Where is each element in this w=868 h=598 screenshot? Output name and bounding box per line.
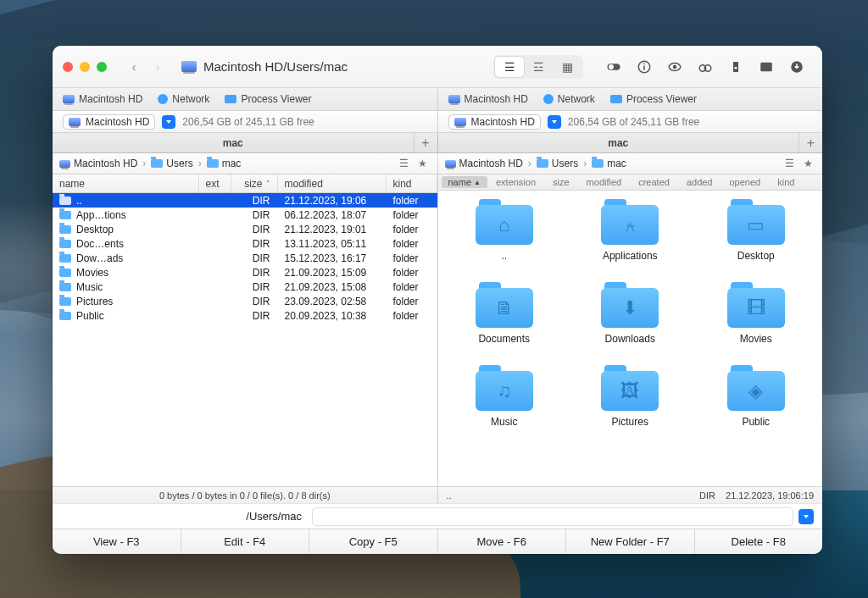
list-row[interactable]: Dow…adsDIR15.12.2023, 16:17folder (53, 251, 437, 265)
close-button[interactable] (63, 62, 73, 72)
binoculars-icon[interactable] (690, 55, 721, 79)
crumb-mac-right[interactable]: mac (592, 158, 626, 169)
svg-point-1 (609, 64, 614, 69)
view-columns-button[interactable]: ☲ (524, 57, 553, 77)
header-added-right[interactable]: added (678, 177, 721, 187)
new-folder-button[interactable]: New Folder - F7 (566, 529, 695, 554)
path-row: /Users/mac (53, 503, 822, 529)
download-icon[interactable] (782, 55, 812, 79)
source-disk-right[interactable]: Macintosh HD (448, 93, 528, 105)
window-title: Macintosh HD/Users/mac (181, 59, 348, 74)
header-kind[interactable]: kind (387, 174, 437, 192)
folder-tab-right[interactable]: mac (438, 133, 799, 152)
nav-forward-button[interactable]: › (146, 56, 170, 78)
zoom-button[interactable] (97, 62, 107, 72)
header-ext[interactable]: ext (199, 174, 231, 192)
disk-icon (181, 61, 197, 72)
move-button[interactable]: Move - F6 (438, 529, 567, 554)
edit-button[interactable]: Edit - F4 (181, 529, 310, 554)
svg-rect-4 (643, 63, 645, 64)
list-row[interactable]: App…tionsDIR06.12.2023, 18:07folder (53, 208, 437, 222)
list-row[interactable]: PicturesDIR23.09.2023, 02:58folder (53, 294, 437, 308)
volume-selector-right[interactable]: Macintosh HD (448, 114, 541, 130)
copy-button[interactable]: Copy - F5 (309, 529, 438, 554)
add-tab-right[interactable]: + (798, 133, 822, 152)
header-size-right[interactable]: size (544, 177, 578, 187)
bottom-button-row: View - F3 Edit - F4 Copy - F5 Move - F6 … (53, 529, 822, 554)
icon-body[interactable]: ⌂..⍲Applications▭Desktop🗎Documents⬇Downl… (438, 191, 823, 486)
path-input[interactable] (312, 507, 793, 526)
status-right-dir: DIR (699, 490, 715, 501)
list-row[interactable]: ..DIR21.12.2023, 19:06folder (53, 193, 437, 208)
folder-tab-row: mac + mac + (53, 133, 822, 153)
toggle-switch-icon[interactable] (598, 55, 629, 79)
crumb-users-left[interactable]: Users (151, 158, 192, 169)
icon-cell[interactable]: 🗎Documents (445, 282, 565, 345)
icon-cell[interactable]: ⬇Downloads (570, 282, 690, 345)
path-history-button[interactable] (798, 509, 814, 524)
source-process-left[interactable]: Process Viewer (225, 93, 311, 105)
row-modified: 06.12.2023, 18:07 (278, 209, 387, 221)
quicklook-icon[interactable] (659, 55, 690, 79)
crumb-users-right[interactable]: Users (537, 158, 578, 169)
breadcrumb-row: Macintosh HD › Users › mac ☰★ Macintosh … (53, 153, 822, 174)
source-network-right[interactable]: Network (543, 93, 595, 105)
folder-icon: 🖼 (601, 365, 659, 411)
globe-icon (158, 94, 168, 104)
header-modified[interactable]: modified (278, 174, 387, 192)
icon-label: Pictures (612, 416, 648, 428)
view-button[interactable]: View - F3 (53, 529, 181, 554)
list-body[interactable]: ..DIR21.12.2023, 19:06folderApp…tionsDIR… (53, 193, 437, 486)
list-row[interactable]: MusicDIR21.09.2023, 15:08folder (53, 280, 437, 294)
icon-label: Documents (478, 333, 530, 345)
volume-dropdown-left[interactable] (162, 115, 175, 129)
info-icon[interactable] (629, 55, 659, 79)
folder-tab-left[interactable]: mac (53, 133, 414, 152)
list-row[interactable]: Doc…entsDIR13.11.2023, 05:11folder (53, 236, 437, 251)
volume-selector-left[interactable]: Macintosh HD (63, 114, 155, 130)
folder-icon: 🗎 (476, 282, 533, 328)
icon-cell[interactable]: ◈Public (697, 365, 816, 428)
crumb-root-right[interactable]: Macintosh HD (445, 158, 523, 169)
header-created-right[interactable]: created (630, 177, 678, 187)
header-size[interactable]: size˄ (231, 174, 278, 192)
list-row[interactable]: DesktopDIR21.12.2023, 19:01folder (53, 222, 437, 236)
header-kind-right[interactable]: kind (769, 177, 803, 187)
list-row[interactable]: PublicDIR20.09.2023, 10:38folder (53, 308, 437, 323)
icon-cell[interactable]: ♫Music (445, 365, 565, 428)
crumb-mac-left[interactable]: mac (207, 158, 242, 169)
source-process-right[interactable]: Process Viewer (610, 93, 697, 105)
icon-cell[interactable]: 🎞Movies (697, 282, 816, 345)
row-modified: 23.09.2023, 02:58 (278, 296, 387, 307)
favorite-icon[interactable]: ★ (415, 158, 431, 169)
header-name[interactable]: name (53, 174, 199, 192)
icon-cell[interactable]: 🖼Pictures (570, 365, 690, 428)
header-extension-right[interactable]: extension (487, 177, 544, 187)
view-toggle-icon[interactable]: ☰ (397, 158, 412, 169)
volume-row: Macintosh HD 206,54 GB of 245,11 GB free… (53, 111, 822, 133)
icon-label: Public (742, 416, 770, 428)
favorite-icon[interactable]: ★ (800, 158, 815, 169)
delete-button[interactable]: Delete - F8 (695, 529, 823, 554)
list-row[interactable]: MoviesDIR21.09.2023, 15:09folder (53, 265, 437, 280)
header-opened-right[interactable]: opened (721, 177, 769, 187)
icon-cell[interactable]: ▭Desktop (697, 199, 816, 262)
view-toggle-icon[interactable]: ☰ (782, 158, 797, 169)
minimize-button[interactable] (80, 62, 90, 72)
view-list-button[interactable]: ☰ (495, 57, 524, 77)
header-modified-right[interactable]: modified (578, 177, 631, 187)
nav-back-button[interactable]: ‹ (122, 56, 146, 78)
crumb-root-left[interactable]: Macintosh HD (59, 158, 137, 169)
monitor-icon (610, 95, 622, 103)
view-grid-button[interactable]: ▦ (553, 57, 581, 77)
icon-cell[interactable]: ⍲Applications (570, 199, 690, 262)
source-disk-left[interactable]: Macintosh HD (63, 93, 142, 105)
icon-cell[interactable]: ⌂.. (445, 199, 565, 262)
source-network-left[interactable]: Network (158, 93, 209, 105)
terminal-icon[interactable] (751, 55, 782, 79)
row-kind: folder (387, 238, 437, 250)
volume-dropdown-right[interactable] (548, 115, 561, 129)
archive-icon[interactable] (721, 55, 751, 79)
add-tab-left[interactable]: + (414, 133, 437, 152)
header-name-right[interactable]: name▲ (442, 176, 487, 188)
